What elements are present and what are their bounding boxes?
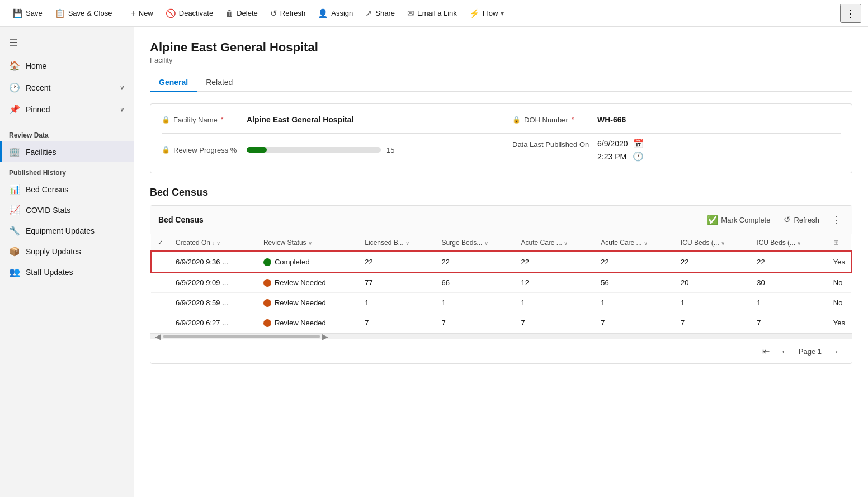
refresh-button[interactable]: ↺ Refresh — [265, 5, 312, 22]
page-header: Alpine East General Hospital Facility — [150, 40, 852, 64]
row2-icu-beds-1: 20 — [675, 272, 751, 293]
table-header: ✓ Created On ↓ ∨ Review Status ∨ — [151, 234, 851, 252]
email-link-button[interactable]: ✉ Email a Link — [402, 5, 463, 22]
assign-button[interactable]: 👤 Assign — [312, 5, 358, 22]
row4-status: Review Needed — [258, 313, 359, 333]
sidebar-item-supply-updates[interactable]: 📦 Supply Updates — [0, 241, 134, 262]
flow-chevron-icon: ▾ — [501, 10, 504, 17]
delete-icon: 🗑 — [225, 8, 234, 18]
progress-value: 15 — [386, 146, 394, 154]
form-row-1: 🔒 Facility Name * Alpine East General Ho… — [162, 115, 841, 124]
row1-created-on: 6/9/2020 9:36 ... — [170, 252, 258, 272]
sidebar-item-bed-census[interactable]: 📊 Bed Census — [0, 179, 134, 200]
col-last: ⊞ — [828, 234, 851, 252]
bed-census-more-button[interactable]: ⋮ — [829, 211, 844, 228]
scroll-right-arrow[interactable]: ▶ — [322, 332, 328, 341]
save-button[interactable]: 💾 Save — [7, 5, 48, 22]
staff-updates-icon: 👥 — [9, 267, 20, 277]
row2-created-on: 6/9/2020 9:09 ... — [170, 272, 258, 293]
col-icu-beds-1[interactable]: ICU Beds (... ∨ — [675, 234, 751, 252]
row3-acute-care-2: 1 — [595, 293, 675, 313]
table-row[interactable]: 6/9/2020 6:27 ... Review Needed 7 7 7 — [151, 313, 851, 333]
row4-surge-beds: 7 — [436, 313, 516, 333]
row3-licensed-beds: 1 — [359, 293, 436, 313]
row1-check[interactable] — [151, 252, 170, 272]
row4-acute-care-2: 7 — [595, 313, 675, 333]
sidebar-item-staff-updates[interactable]: 👥 Staff Updates — [0, 262, 134, 282]
select-all-header[interactable]: ✓ — [151, 234, 170, 252]
col-surge-beds[interactable]: Surge Beds... ∨ — [436, 234, 516, 252]
col-icu-beds-2[interactable]: ICU Beds (... ∨ — [751, 234, 827, 252]
new-button[interactable]: + New — [125, 5, 158, 22]
table-row[interactable]: 6/9/2020 9:09 ... Review Needed 77 66 1 — [151, 272, 851, 293]
row1-icu-beds-2: 22 — [751, 252, 827, 272]
form-row-2: 🔒 Review Progress % 15 Data Last Publish… — [162, 138, 841, 162]
bed-census-refresh-icon: ↺ — [784, 215, 791, 225]
row4-check[interactable] — [151, 313, 170, 333]
bed-census-refresh-button[interactable]: ↺ Refresh — [780, 212, 823, 227]
sidebar-item-pinned[interactable]: 📌 Pinned ∨ — [0, 98, 134, 120]
save-close-button[interactable]: 📋 Save & Close — [49, 5, 118, 22]
bed-census-section: Bed Census Bed Census ✅ Mark Complete ↺ … — [150, 187, 852, 364]
sidebar-item-home[interactable]: 🏠 Home — [0, 55, 134, 77]
scroll-left-arrow[interactable]: ◀ — [155, 332, 161, 341]
table-row[interactable]: 6/9/2020 8:59 ... Review Needed 1 1 1 — [151, 293, 851, 313]
row3-icu-beds-1: 1 — [675, 293, 751, 313]
row3-status-dot — [263, 299, 271, 307]
sidebar-item-equipment-updates[interactable]: 🔧 Equipment Updates — [0, 220, 134, 241]
row1-acute-care-1: 22 — [515, 252, 595, 272]
email-icon: ✉ — [407, 8, 414, 18]
col-acute-care-1[interactable]: Acute Care ... ∨ — [515, 234, 595, 252]
calendar-icon[interactable]: 📅 — [633, 138, 644, 149]
doh-number-value: WH-666 — [597, 115, 626, 124]
row2-check[interactable] — [151, 272, 170, 293]
hamburger-button[interactable]: ☰ — [0, 31, 134, 55]
published-history-section-label: Published History — [0, 162, 134, 179]
page-subtitle: Facility — [150, 56, 852, 64]
bed-census-panel-header: Bed Census ✅ Mark Complete ↺ Refresh ⋮ — [150, 206, 852, 234]
horizontal-scrollbar[interactable]: ◀ ▶ — [150, 333, 852, 339]
progress-container: 15 — [247, 146, 394, 154]
col-licensed-beds[interactable]: Licensed B... ∨ — [359, 234, 436, 252]
row4-last: Yes — [828, 313, 851, 333]
supply-updates-icon: 📦 — [9, 246, 20, 257]
row1-status: Completed — [258, 252, 359, 272]
page-prev-button[interactable]: ← — [776, 344, 794, 359]
delete-button[interactable]: 🗑 Delete — [220, 5, 263, 21]
row3-acute-care-1: 1 — [515, 293, 595, 313]
deactivate-button[interactable]: 🚫 Deactivate — [160, 5, 219, 22]
doh-lock-icon: 🔒 — [512, 116, 521, 124]
scrollbar-thumb[interactable] — [163, 335, 320, 338]
share-button[interactable]: ↗ Share — [360, 5, 400, 22]
form-divider-1 — [162, 133, 841, 134]
row3-check[interactable] — [151, 293, 170, 313]
toolbar-more-button[interactable]: ⋮ — [840, 4, 861, 23]
tab-general[interactable]: General — [150, 73, 197, 92]
new-icon: + — [130, 8, 135, 18]
mark-complete-button[interactable]: ✅ Mark Complete — [704, 212, 773, 228]
date-time-group: 6/9/2020 📅 2:23 PM 🕐 — [597, 138, 644, 162]
row1-last: Yes — [828, 252, 851, 272]
page-next-button[interactable]: → — [826, 344, 844, 359]
tab-related[interactable]: Related — [197, 73, 242, 92]
sidebar-item-covid-stats[interactable]: 📈 COVID Stats — [0, 200, 134, 220]
clock-icon[interactable]: 🕐 — [633, 151, 644, 162]
flow-button[interactable]: ⚡ Flow ▾ — [464, 5, 510, 22]
sidebar-item-recent[interactable]: 🕐 Recent ∨ — [0, 77, 134, 98]
row1-acute-care-2: 22 — [595, 252, 675, 272]
sidebar-item-facilities[interactable]: 🏢 Facilities — [0, 141, 134, 162]
row2-last: No — [828, 272, 851, 293]
toolbar: 💾 Save 📋 Save & Close + New 🚫 Deactivate… — [0, 0, 868, 27]
col-created-on[interactable]: Created On ↓ ∨ — [170, 234, 258, 252]
page-first-button[interactable]: ⇤ — [758, 344, 774, 359]
row3-created-on: 6/9/2020 8:59 ... — [170, 293, 258, 313]
share-icon: ↗ — [365, 8, 372, 18]
sidebar: ☰ 🏠 Home 🕐 Recent ∨ 📌 Pinned ∨ Review Da… — [0, 27, 134, 497]
recent-icon: 🕐 — [9, 82, 20, 93]
chevron-review-status-icon: ∨ — [308, 240, 312, 246]
form-section: 🔒 Facility Name * Alpine East General Ho… — [150, 103, 852, 173]
col-review-status[interactable]: Review Status ∨ — [258, 234, 359, 252]
table-row[interactable]: 6/9/2020 9:36 ... Completed 22 22 22 — [151, 252, 851, 272]
row4-created-on: 6/9/2020 6:27 ... — [170, 313, 258, 333]
col-acute-care-2[interactable]: Acute Care ... ∨ — [595, 234, 675, 252]
